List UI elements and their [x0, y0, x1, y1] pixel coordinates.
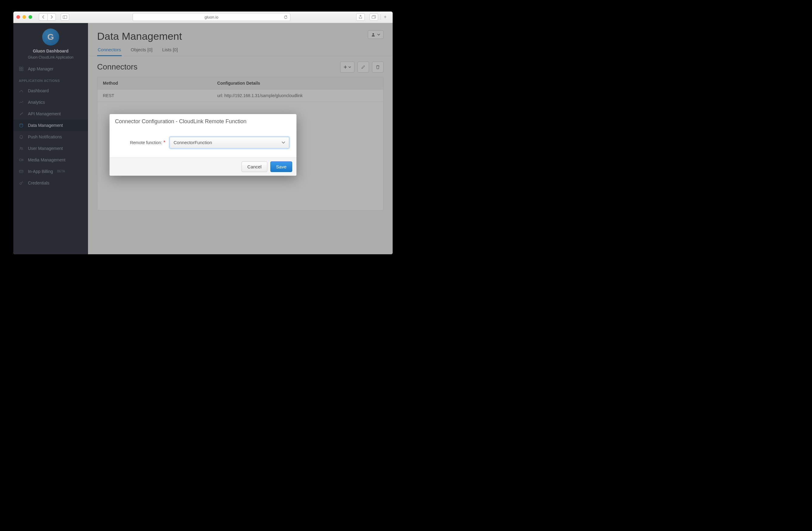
url-bar[interactable]: gluon.io — [133, 13, 290, 21]
chevron-down-icon — [281, 141, 286, 144]
connector-configuration-modal: Connector Configuration - CloudLink Remo… — [110, 114, 296, 176]
minimize-window-button[interactable] — [23, 15, 26, 19]
reload-icon — [284, 15, 288, 19]
sidebar-toggle-button[interactable] — [61, 13, 69, 20]
chevron-right-icon — [50, 15, 53, 19]
chevron-left-icon — [42, 15, 45, 19]
window-controls — [16, 15, 32, 19]
required-asterisk: * — [163, 140, 165, 145]
select-value: ConnectorFunction — [170, 137, 289, 148]
remote-function-label: Remote function: — [130, 140, 162, 145]
modal-title: Connector Configuration - CloudLink Remo… — [110, 114, 296, 129]
tabs-button[interactable] — [369, 13, 378, 20]
url-text: gluon.io — [204, 15, 218, 19]
svg-rect-2 — [372, 16, 375, 18]
browser-window: gluon.io + G Gluon Dashboard Gluon Cloud… — [13, 12, 393, 254]
modal-body: Remote function: * ConnectorFunction — [110, 129, 296, 157]
save-button[interactable]: Save — [270, 161, 292, 172]
tabs-icon — [372, 15, 376, 19]
share-button[interactable] — [356, 13, 365, 20]
new-tab-button[interactable]: + — [380, 14, 390, 20]
nav-back-forward — [39, 13, 56, 20]
share-icon — [359, 15, 362, 19]
maximize-window-button[interactable] — [29, 15, 32, 19]
app-body: G Gluon Dashboard Gluon CloudLink Applic… — [13, 23, 393, 254]
remote-function-select[interactable]: ConnectorFunction — [170, 137, 289, 148]
forward-button[interactable] — [47, 13, 56, 20]
reload-button[interactable] — [284, 15, 288, 19]
modal-overlay[interactable]: Connector Configuration - CloudLink Remo… — [13, 23, 393, 254]
sidebar-icon — [63, 15, 67, 19]
cancel-button[interactable]: Cancel — [242, 161, 267, 172]
back-button[interactable] — [39, 13, 47, 20]
modal-footer: Cancel Save — [110, 157, 296, 176]
svg-rect-0 — [63, 15, 67, 18]
titlebar: gluon.io + — [13, 12, 393, 23]
titlebar-right: + — [354, 13, 390, 20]
close-window-button[interactable] — [16, 15, 20, 19]
